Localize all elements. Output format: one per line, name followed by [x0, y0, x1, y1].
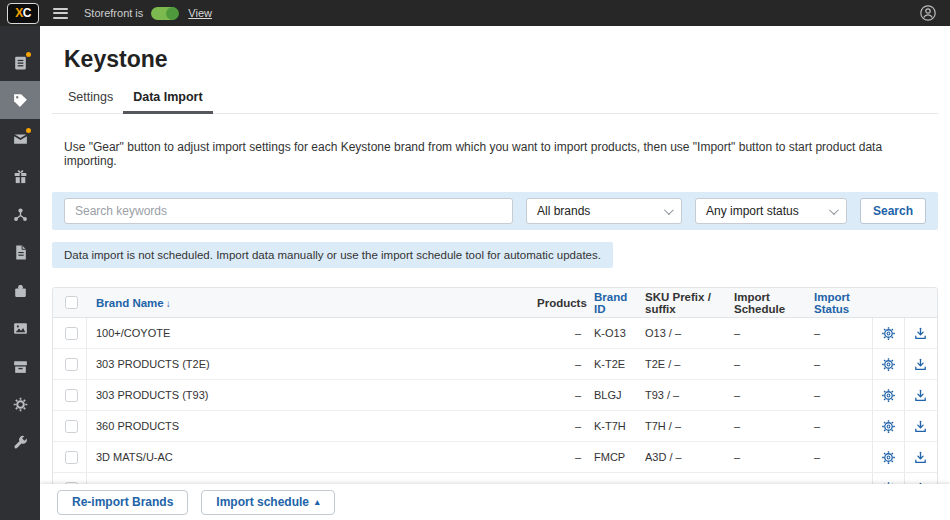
gear-settings-button[interactable]: [872, 318, 904, 348]
topbar: XC Storefront is View: [0, 0, 950, 26]
sidebar-item-archive[interactable]: [0, 347, 40, 385]
row-checkbox[interactable]: [65, 358, 78, 371]
app-logo[interactable]: XC: [7, 3, 39, 24]
footer-bar: Re-import Brands Import schedule ▴: [40, 484, 950, 520]
storefront-toggle[interactable]: [151, 7, 178, 20]
brand-name-cell: 303 PRODUCTS (T2E): [87, 358, 537, 370]
row-checkbox[interactable]: [65, 327, 78, 340]
sidebar-item-wrench[interactable]: [0, 423, 40, 461]
products-cell: –: [537, 451, 585, 463]
column-brand-name[interactable]: Brand Name: [96, 297, 164, 309]
import-download-button[interactable]: [904, 380, 936, 410]
sidebar-item-tag[interactable]: [0, 81, 40, 119]
gear-settings-button[interactable]: [872, 442, 904, 472]
caret-up-icon: ▴: [315, 497, 320, 507]
import-status-cell: –: [808, 420, 872, 432]
import-download-button[interactable]: [904, 442, 936, 472]
table-row: 303 PRODUCTS (T93) – BLGJ T93 / – – –: [53, 380, 937, 411]
sidebar-item-gear[interactable]: [0, 385, 40, 423]
reimport-brands-button[interactable]: Re-import Brands: [57, 490, 188, 515]
page-title: Keystone: [64, 46, 926, 73]
table-row: 303 PRODUCTS (T2E) – K-T2E T2E / – – –: [53, 349, 937, 380]
toggle-knob: [166, 7, 179, 20]
sku-cell: O13 / –: [639, 327, 728, 339]
sidebar: [0, 26, 40, 520]
import-schedule-button[interactable]: Import schedule ▴: [201, 490, 334, 515]
main-content: Keystone Settings Data Import Use "Gear"…: [40, 26, 950, 520]
gear-settings-button[interactable]: [872, 349, 904, 379]
table-header: Brand Name↓ Products Brand ID SKU Prefix…: [53, 288, 937, 318]
sidebar-item-hub[interactable]: [0, 195, 40, 233]
brand-select-value: All brands: [537, 204, 590, 218]
brand-id-cell: K-T2E: [585, 358, 639, 370]
sku-cell: T93 / –: [639, 389, 728, 401]
notification-badge: [26, 128, 31, 133]
import-schedule-cell: –: [728, 451, 808, 463]
tab-settings[interactable]: Settings: [58, 85, 123, 113]
column-products: Products: [537, 297, 585, 309]
chevron-down-icon: [829, 205, 839, 215]
table-body: 100+/COYOTE – K-O13 O13 / – – – 303 PROD…: [53, 318, 937, 504]
import-download-button[interactable]: [904, 411, 936, 441]
column-sku-prefix-suffix: SKU Prefix / suffix: [639, 291, 728, 315]
chevron-down-icon: [664, 205, 674, 215]
import-status-cell: –: [808, 327, 872, 339]
import-status-cell: –: [808, 451, 872, 463]
search-input[interactable]: [64, 198, 513, 224]
brand-id-cell: K-O13: [585, 327, 639, 339]
brand-id-cell: BLGJ: [585, 389, 639, 401]
table-row: 3D MATS/U-AC – FMCP A3D / – – –: [53, 442, 937, 473]
import-download-button[interactable]: [904, 349, 936, 379]
import-status-cell: –: [808, 358, 872, 370]
import-schedule-cell: –: [728, 327, 808, 339]
import-schedule-cell: –: [728, 420, 808, 432]
brand-select[interactable]: All brands: [526, 198, 682, 224]
sidebar-item-image[interactable]: [0, 309, 40, 347]
column-import-status[interactable]: Import Status: [808, 291, 872, 315]
menu-icon[interactable]: [53, 8, 68, 19]
notice-banner: Data import is not scheduled. Import dat…: [52, 242, 613, 268]
column-import-schedule: Import Schedule: [728, 291, 808, 315]
import-download-button[interactable]: [904, 318, 936, 348]
storefront-label: Storefront is: [84, 7, 143, 19]
sidebar-item-inbox[interactable]: [0, 119, 40, 157]
sku-cell: T7H / –: [639, 420, 728, 432]
brand-id-cell: K-T7H: [585, 420, 639, 432]
notification-badge: [26, 52, 31, 57]
table-row: 360 PRODUCTS – K-T7H T7H / – – –: [53, 411, 937, 442]
brands-table: Brand Name↓ Products Brand ID SKU Prefix…: [52, 287, 938, 505]
gear-settings-button[interactable]: [872, 411, 904, 441]
filter-panel: All brands Any import status Search: [52, 192, 938, 230]
sku-cell: T2E / –: [639, 358, 728, 370]
import-schedule-cell: –: [728, 389, 808, 401]
import-status-cell: –: [808, 389, 872, 401]
sidebar-item-puzzle[interactable]: [0, 271, 40, 309]
sidebar-item-gift[interactable]: [0, 157, 40, 195]
view-storefront-link[interactable]: View: [188, 7, 212, 19]
search-button[interactable]: Search: [860, 198, 926, 224]
select-all-checkbox[interactable]: [65, 296, 78, 309]
row-checkbox[interactable]: [65, 451, 78, 464]
products-cell: –: [537, 358, 585, 370]
products-cell: –: [537, 420, 585, 432]
brand-name-cell: 3D MATS/U-AC: [87, 451, 537, 463]
row-checkbox[interactable]: [65, 389, 78, 402]
brand-name-cell: 100+/COYOTE: [87, 327, 537, 339]
column-brand-id[interactable]: Brand ID: [585, 291, 639, 315]
brand-id-cell: FMCP: [585, 451, 639, 463]
status-select[interactable]: Any import status: [695, 198, 847, 224]
account-icon[interactable]: [919, 4, 937, 22]
products-cell: –: [537, 327, 585, 339]
gear-settings-button[interactable]: [872, 380, 904, 410]
sidebar-item-clipboard-list[interactable]: [0, 43, 40, 81]
brand-name-cell: 360 PRODUCTS: [87, 420, 537, 432]
row-checkbox[interactable]: [65, 420, 78, 433]
tabs: Settings Data Import: [52, 85, 938, 114]
tab-data-import[interactable]: Data Import: [123, 85, 212, 114]
page-description: Use "Gear" button to adjust import setti…: [64, 140, 926, 168]
brand-name-cell: 303 PRODUCTS (T93): [87, 389, 537, 401]
sort-descending-icon: ↓: [166, 298, 171, 309]
import-schedule-cell: –: [728, 358, 808, 370]
table-row: 100+/COYOTE – K-O13 O13 / – – –: [53, 318, 937, 349]
sidebar-item-file[interactable]: [0, 233, 40, 271]
